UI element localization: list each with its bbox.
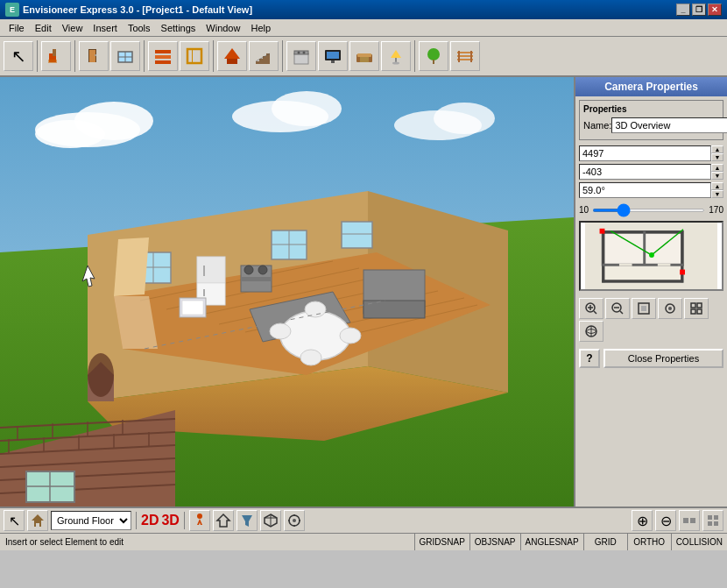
more-options-button[interactable] [679, 510, 700, 531]
zoom-in-button[interactable] [579, 298, 603, 319]
field2-input[interactable] [579, 164, 711, 180]
tv-button[interactable] [318, 41, 348, 71]
filter-button[interactable] [236, 510, 258, 531]
svg-rect-127 [619, 264, 632, 266]
pan-button[interactable] [684, 298, 709, 319]
svg-rect-168 [708, 521, 712, 526]
2d-view-button[interactable]: 2D [141, 513, 159, 528]
select-arrow-button[interactable]: ↖ [4, 510, 25, 531]
paint-button[interactable] [41, 41, 71, 71]
scene-svg [0, 77, 574, 507]
gridsnap-status[interactable]: GRIDSNAP [414, 534, 469, 550]
restore-button[interactable]: ❐ [692, 4, 706, 16]
house-view-button[interactable] [213, 510, 234, 531]
close-properties-button[interactable]: Close Properties [603, 349, 723, 368]
menu-bar: File Edit View Insert Tools Settings Win… [0, 19, 727, 37]
select-tool-button[interactable]: ↖ [4, 41, 33, 71]
menu-insert[interactable]: Insert [88, 21, 123, 35]
help-button[interactable]: ? [579, 349, 600, 368]
room-button[interactable] [180, 41, 209, 71]
field3-up[interactable]: ▲ [711, 182, 723, 190]
floor-select[interactable]: Ground Floor First Floor Second Floor Ba… [51, 511, 131, 530]
svg-rect-29 [331, 60, 335, 63]
svg-rect-23 [294, 53, 308, 64]
field1-input[interactable] [579, 145, 711, 161]
stairs-button[interactable] [249, 41, 279, 71]
appliance-button[interactable] [286, 41, 316, 71]
grid-status[interactable]: GRID [583, 534, 627, 550]
minimize-button[interactable]: _ [676, 4, 690, 16]
svg-rect-4 [88, 49, 89, 62]
svg-rect-126 [658, 264, 671, 266]
svg-rect-145 [697, 303, 702, 308]
bottom-toolbar: ↖ Ground Floor First Floor Second Floor … [0, 507, 727, 533]
fov-slider[interactable] [592, 209, 705, 212]
zoom-out-bt-button[interactable]: ⊖ [655, 510, 676, 531]
svg-line-134 [594, 311, 596, 314]
svg-marker-92 [114, 237, 149, 296]
rotate-button[interactable] [658, 298, 682, 319]
3d-view-button[interactable]: 3D [161, 513, 179, 528]
roof-button[interactable] [217, 41, 247, 71]
svg-rect-43 [470, 51, 472, 62]
svg-line-138 [620, 311, 623, 314]
menu-edit[interactable]: Edit [30, 21, 57, 35]
sofa-button[interactable] [349, 41, 379, 71]
svg-rect-169 [714, 521, 718, 526]
door-button[interactable] [79, 41, 109, 71]
field3-group: ▲ ▼ [579, 182, 723, 198]
outdoor-button[interactable] [419, 41, 448, 71]
menu-help[interactable]: Help [245, 21, 276, 35]
svg-marker-152 [197, 519, 202, 525]
field1-down[interactable]: ▼ [711, 153, 723, 161]
svg-rect-12 [155, 55, 171, 59]
menu-window[interactable]: Window [201, 21, 245, 35]
menu-view[interactable]: View [57, 21, 88, 35]
cube-button[interactable] [260, 510, 281, 531]
field3-down[interactable]: ▼ [711, 190, 723, 198]
name-input[interactable] [611, 117, 727, 133]
svg-point-87 [300, 350, 321, 365]
fit-button[interactable] [632, 298, 656, 319]
snap-button[interactable] [284, 510, 305, 531]
field2-up[interactable]: ▲ [711, 164, 723, 172]
zoom-out-button[interactable] [605, 298, 630, 319]
walk-button[interactable] [189, 510, 210, 531]
objsnap-status[interactable]: OBJSNAP [469, 534, 520, 550]
deck-button[interactable] [450, 41, 480, 71]
svg-point-143 [668, 307, 672, 310]
menu-file[interactable]: File [4, 21, 30, 35]
svg-point-7 [95, 54, 96, 56]
extra-button[interactable] [702, 510, 723, 531]
anglesnap-status[interactable]: ANGLESNAP [520, 534, 583, 550]
field1-up[interactable]: ▲ [711, 145, 723, 153]
collision-status[interactable]: COLLISION [671, 534, 727, 550]
wall-button[interactable] [148, 41, 178, 71]
menu-settings[interactable]: Settings [156, 21, 201, 35]
zoom-in-bt-button[interactable]: ⊕ [632, 510, 653, 531]
3d-viewport[interactable] [0, 77, 574, 507]
svg-rect-167 [714, 515, 718, 520]
ortho-status[interactable]: ORTHO [627, 534, 671, 550]
svg-rect-89 [364, 301, 425, 318]
close-button[interactable]: ✕ [708, 4, 722, 16]
title-bar: E Envisioneer Express 3.0 - [Project1 - … [0, 0, 727, 19]
svg-rect-131 [600, 229, 605, 234]
field3-input[interactable] [579, 182, 711, 198]
view-button[interactable] [579, 321, 603, 342]
svg-rect-42 [458, 51, 460, 62]
window-button[interactable] [110, 41, 140, 71]
svg-rect-18 [256, 61, 259, 64]
app-icon: E [5, 3, 19, 17]
svg-point-130 [649, 252, 654, 258]
svg-rect-91 [182, 301, 203, 315]
menu-tools[interactable]: Tools [123, 21, 156, 35]
svg-rect-118 [645, 231, 683, 266]
home-icon-button[interactable] [27, 510, 48, 531]
camera-properties-title: Camera Properties [575, 77, 727, 96]
svg-rect-117 [602, 231, 645, 266]
lamp-button[interactable] [381, 41, 411, 71]
svg-point-159 [293, 519, 296, 522]
svg-point-36 [392, 62, 399, 65]
field2-down[interactable]: ▼ [711, 172, 723, 180]
